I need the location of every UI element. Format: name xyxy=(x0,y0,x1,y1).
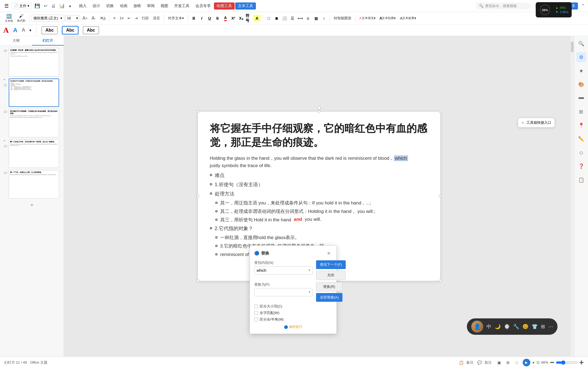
superscript-btn[interactable]: X² xyxy=(230,15,237,22)
rp-search-icon[interactable]: 🔍 xyxy=(576,39,586,49)
lang-btn[interactable]: 语言 xyxy=(151,15,162,22)
tab-slides[interactable]: 幻灯片 xyxy=(32,36,64,46)
strikethrough-btn[interactable]: S xyxy=(214,15,221,22)
grid-view-btn[interactable]: ⊞ xyxy=(504,359,512,366)
undo-icon[interactable]: ↩ xyxy=(43,3,48,9)
align-right-btn[interactable]: ⬜ xyxy=(281,15,288,22)
col-spacing-btn[interactable]: ⫼ xyxy=(305,15,312,22)
text-preset-blue[interactable]: A xyxy=(13,27,17,34)
slides-panel[interactable]: 20 生说数量一杯红酒，趣墨生活的人会从其中品出无穷无尽的美妙。 Holding… xyxy=(0,46,64,357)
slide-thumb-21[interactable]: 将它握在手中仔细观察，它的暗红色中有血的感觉，那正是生命的痕迹。 • 难点 • … xyxy=(9,79,59,107)
text-preset-dropdown[interactable]: ▾ xyxy=(29,28,31,32)
indent-dec-btn[interactable]: ⇤ xyxy=(126,15,132,21)
rp-layers2-icon[interactable]: ⊞ xyxy=(576,107,586,117)
hamburger-menu[interactable]: ☰ xyxy=(2,2,11,10)
to-smart-shape-btn[interactable]: 转智能图形 xyxy=(332,15,353,22)
rotate-handle[interactable] xyxy=(317,106,321,110)
cb-whole-box[interactable] xyxy=(254,311,258,315)
replace-btn[interactable]: 替换(R) xyxy=(316,282,342,291)
reader-view-btn[interactable]: □ xyxy=(513,359,520,366)
ft-more-icon[interactable]: ⋯ xyxy=(548,324,553,330)
play-slideshow-btn[interactable]: ▶ xyxy=(523,359,530,366)
handle-mid-left[interactable] xyxy=(197,195,199,198)
rp-location-icon[interactable]: 📍 xyxy=(576,120,586,130)
zoom-in-btn[interactable]: ➕ xyxy=(579,360,584,364)
slide-thumb-24[interactable]: 咽一下下肚，余香沁人心脾，让人终身受益。 After you swallow t… xyxy=(9,170,59,198)
handle-bot-right[interactable] xyxy=(439,279,442,282)
ft-wrench-icon[interactable]: 🔧 xyxy=(513,324,519,330)
slide-thumb-20[interactable]: 生说数量一杯红酒，趣墨生活的人会从其中品出无穷无尽的美妙。 Holding th… xyxy=(9,48,59,76)
font-name-dropdown[interactable]: ▾ xyxy=(60,16,62,20)
backup-btn[interactable]: 备注 xyxy=(465,359,475,366)
format-brush-btn[interactable]: 🖌 格式刷 xyxy=(16,13,27,24)
ft-zh-icon[interactable]: 中 xyxy=(486,323,491,330)
tab-outline[interactable]: 大纲 xyxy=(0,36,32,46)
bold-btn[interactable]: B xyxy=(190,15,197,22)
expand-icon[interactable]: ⌃ xyxy=(580,3,586,9)
ft-moon-icon[interactable]: 🌙 xyxy=(495,324,501,330)
text-outline-btn[interactable]: A文本轮廓▾ xyxy=(378,15,398,21)
menu-play[interactable]: 放映 xyxy=(131,2,144,10)
misc-icon[interactable]: 📊 xyxy=(58,3,66,9)
font-size-dropdown[interactable]: ▾ xyxy=(76,16,78,20)
file-tab[interactable]: 📄 文件 ▾ xyxy=(11,3,32,9)
text-preset-gray[interactable]: A xyxy=(22,27,25,33)
text-effect-btn[interactable]: A文本效果▾ xyxy=(398,15,418,21)
align-text-btn[interactable]: 对齐文本▾ xyxy=(166,15,186,22)
menu-animate[interactable]: 动画 xyxy=(117,2,130,10)
handle-top-mid[interactable] xyxy=(318,110,320,113)
slide-item-20[interactable]: 20 生说数量一杯红酒，趣墨生活的人会从其中品出无穷无尽的美妙。 Holding… xyxy=(2,48,62,76)
text-box-btn[interactable]: 🔤 文本框 xyxy=(3,13,15,24)
distribute-btn[interactable]: ⟺ xyxy=(297,15,304,22)
ft-emoji-icon[interactable]: 😊 xyxy=(522,324,528,330)
rp-layers-icon[interactable]: ⚙ xyxy=(576,52,586,62)
underline-btn[interactable]: U xyxy=(206,15,213,22)
ft-clock-icon[interactable]: ⌚ xyxy=(504,324,510,330)
ft-grid-icon[interactable]: ⊞ xyxy=(541,324,545,330)
subscript-btn[interactable]: X₂ xyxy=(238,15,245,22)
dialog-close-btn[interactable]: ✕ xyxy=(326,250,332,257)
menu-text-tool[interactable]: 文本工具 xyxy=(235,2,256,10)
scrollbar-thumb[interactable] xyxy=(571,41,574,52)
number-list-btn[interactable]: 1≡ xyxy=(118,15,125,21)
toolbox-close-icon[interactable]: ✕ xyxy=(521,121,524,125)
rp-paint-icon[interactable]: 🎨 xyxy=(576,80,586,89)
save-icon[interactable]: 💾 xyxy=(33,3,41,9)
handle-top-left[interactable] xyxy=(197,110,199,113)
normal-view-btn[interactable]: ▣ xyxy=(495,359,503,366)
col-btn[interactable]: ▦ xyxy=(313,15,320,22)
fit-screen-icon[interactable]: ⊡ xyxy=(537,360,540,364)
play-dropdown[interactable]: ▾ xyxy=(532,360,534,365)
find-dropdown-btn[interactable]: ▾ xyxy=(307,267,313,274)
text-fill-btn[interactable]: A文本填充▾ xyxy=(358,15,377,21)
text-preset-red[interactable]: A xyxy=(3,26,9,35)
indent-inc-btn[interactable]: ⇥ xyxy=(133,15,139,21)
rp-copy-icon[interactable]: 📋 xyxy=(576,175,586,185)
more-icon[interactable]: ◂ xyxy=(68,3,72,9)
symbol-btn[interactable]: 符号 xyxy=(246,15,253,22)
italic-btn[interactable]: I xyxy=(198,15,205,22)
justify-btn[interactable]: ☰ xyxy=(289,15,296,22)
slide-item-22[interactable]: 22 将它握在手中仔细观察，它的暗红色中有血的感觉，那正是生命的痕迹。 Hold… xyxy=(2,109,62,137)
rp-star-icon[interactable]: ★ xyxy=(576,66,586,76)
align-center-btn[interactable]: ⬛︎ xyxy=(273,15,280,22)
help-row[interactable]: 🔵 操作技巧 xyxy=(254,325,332,329)
zoom-slider[interactable] xyxy=(556,360,578,365)
menu-insert[interactable]: 插入 xyxy=(76,2,89,10)
handle-top-right[interactable] xyxy=(439,110,442,113)
search-box[interactable]: 🔍 查找命令、搜索模板 xyxy=(476,2,530,10)
font-size-selector[interactable]: 16 ▾ xyxy=(65,15,80,21)
replace-all-btn[interactable]: 全部替换(A) xyxy=(316,293,342,302)
abc-box-1[interactable]: Abc xyxy=(41,26,58,34)
menu-design[interactable]: 设计 xyxy=(90,2,103,10)
clear-format-btn[interactable]: ✕A xyxy=(98,14,107,22)
rp-pen-icon[interactable]: ✏️ xyxy=(576,134,586,144)
rp-diamond-icon[interactable]: ◇ xyxy=(576,148,586,158)
slide-thumb-22[interactable]: 将它握在手中仔细观察，它的暗红色中有血的感觉，那正是生命的痕迹。 Holding… xyxy=(9,109,59,137)
slide-item-21[interactable]: * 21 将它握在手中仔细观察，它的暗红色中有血的感觉，那正是生命的痕迹。 • … xyxy=(2,79,62,107)
replace-dialog[interactable]: 🔵 替换 ✕ 查找内容(N): ▾ xyxy=(250,245,337,334)
bullet-list-btn[interactable]: ≡ xyxy=(112,15,117,21)
replace-dropdown-btn[interactable]: ▾ xyxy=(307,288,313,296)
highlight-btn[interactable]: A xyxy=(253,15,261,22)
align-left-btn[interactable]: ⬜︎ xyxy=(265,15,272,22)
